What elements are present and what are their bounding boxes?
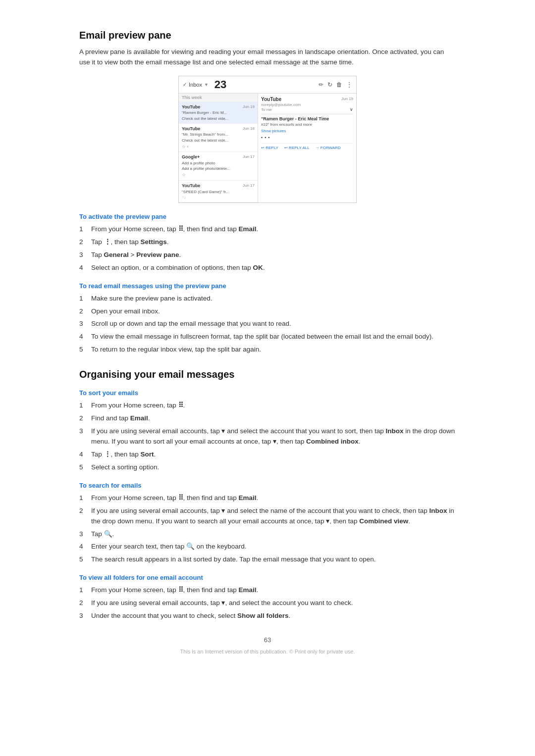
mockup-icons-2: ☆ ‹ (182, 144, 255, 150)
list-item: If you are using several email accounts,… (79, 506, 456, 527)
mockup-date-2: Jun 18 (243, 126, 255, 131)
list-item: Find and tap Email. (79, 413, 456, 424)
mockup-forward-button: → FORWARD (316, 146, 341, 150)
mockup-subject-2: "Mr. Strings Beach" from... (182, 132, 255, 137)
sort-subsection-title: To sort your emails (79, 389, 456, 397)
mockup-sender-1: YouTube (182, 104, 200, 109)
mockup-account-icon: ▼ (204, 82, 209, 87)
list-item: Under the account that you want to check… (79, 611, 456, 621)
mockup-sender-2: YouTube (182, 126, 200, 131)
email-app-mockup: ✓ Inbox ▼ 23 ✏ ↻ 🗑 ⋮ This week YouTubeJu… (178, 76, 357, 203)
mockup-body: This week YouTubeJun 19 "Ramen Burger - … (179, 94, 356, 202)
mockup-preview-subject: "Ramen Burger - Eric Meal Time (261, 116, 353, 121)
mockup-show-pictures: Show pictures (261, 129, 353, 133)
mockup-email-item: YouTubeJun 18 "Mr. Strings Beach" from..… (179, 124, 258, 152)
list-item: Tap ⋮, then tap Sort. (79, 450, 456, 460)
page-number: 63 (79, 636, 456, 644)
list-item: Scroll up or down and tap the email mess… (79, 319, 456, 329)
list-item: If you are using several email accounts,… (79, 598, 456, 608)
list-item: To return to the regular inbox view, tap… (79, 345, 456, 355)
mockup-icons-3: ☆ (182, 172, 255, 178)
mockup-date-4: Jun 17 (243, 183, 255, 188)
list-item: Open your email inbox. (79, 306, 456, 317)
activate-steps-list: From your Home screen, tap ⠿, then find … (79, 224, 456, 273)
search-steps-list: From your Home screen, tap ⠿, then find … (79, 493, 456, 565)
list-item: To view the email message in fullscreen … (79, 332, 456, 342)
email-preview-pane-section: Email preview pane A preview pane is ava… (79, 30, 456, 355)
mockup-action-icons: ✏ ↻ 🗑 ⋮ (319, 81, 352, 88)
mockup-reply-button: ↩ REPLY (261, 146, 278, 150)
mockup-week-label: This week (179, 94, 258, 102)
activate-subsection-title: To activate the preview pane (79, 213, 456, 220)
mockup-preview-header: YouTube Jun 19 noreply@youtube.com To me… (261, 97, 353, 114)
list-item: Select an option, or a combination of op… (79, 263, 456, 273)
mockup-delete-icon: 🗑 (336, 81, 342, 88)
list-item: Tap ⋮, then tap Settings. (79, 237, 456, 248)
list-item: From your Home screen, tap ⠿, then find … (79, 493, 456, 504)
mockup-preview-2: Check out the latest vide... (182, 138, 255, 143)
mockup-email-count: 23 (214, 78, 226, 91)
mockup-preview-pane: YouTube Jun 19 noreply@youtube.com To me… (258, 94, 356, 202)
mockup-preview-to: To me (261, 107, 272, 112)
mockup-sender-3: Google+ (182, 154, 200, 159)
list-item: Make sure the preview pane is activated. (79, 294, 456, 304)
mockup-subject-1: "Ramen Burger - Eric M... (182, 110, 255, 115)
folders-subsection-title: To view all folders for one email accoun… (79, 574, 456, 581)
mockup-header: ✓ Inbox ▼ 23 ✏ ↻ 🗑 ⋮ (179, 76, 356, 94)
mockup-checkmark-icon: ✓ (183, 82, 187, 87)
mockup-preview-sender: YouTube (261, 97, 281, 102)
mockup-subject-4: "SPEED (Card Game)" fr... (182, 189, 255, 195)
mockup-email-list: This week YouTubeJun 19 "Ramen Burger - … (179, 94, 258, 202)
mockup-preview-body: #22" from ericsurfs and more (261, 122, 353, 127)
mockup-preview-expand-icon: ∨ (350, 107, 353, 112)
mockup-email-item: YouTubeJun 17 "SPEED (Card Game)" fr... … (179, 181, 258, 202)
mockup-date-1: Jun 19 (243, 104, 255, 109)
mockup-more-icon: ⋮ (346, 81, 352, 88)
intro-paragraph: A preview pane is available for viewing … (79, 47, 456, 68)
mockup-preview-1: Check out the latest vide... (182, 116, 255, 121)
mockup-action-buttons: ↩ REPLY ↩ REPLY ALL → FORWARD (261, 143, 353, 150)
mockup-sender-4: YouTube (182, 183, 200, 188)
mockup-reply-all-button: ↩ REPLY ALL (284, 146, 310, 150)
mockup-email-dots: ••• (261, 135, 353, 140)
organising-section: Organising your email messages To sort y… (79, 369, 456, 621)
sort-steps-list: From your Home screen, tap ⠿. Find and t… (79, 401, 456, 473)
list-item: Select a sorting option. (79, 462, 456, 473)
mockup-refresh-icon: ↻ (327, 81, 332, 88)
mockup-date-3: Jun 17 (243, 154, 255, 159)
mockup-compose-icon: ✏ (319, 81, 323, 88)
list-item: From your Home screen, tap ⠿, then find … (79, 585, 456, 596)
list-item: Tap General > Preview pane. (79, 250, 456, 260)
mockup-preview-from: noreply@youtube.com (261, 102, 301, 107)
read-steps-list: Make sure the preview pane is activated.… (79, 294, 456, 355)
mockup-scroll-hint: ↑↓ (182, 195, 255, 200)
search-subsection-title: To search for emails (79, 482, 456, 489)
mockup-email-item: YouTubeJun 19 "Ramen Burger - Eric M... … (179, 102, 258, 124)
list-item: If you are using several email accounts,… (79, 426, 456, 447)
folders-steps-list: From your Home screen, tap ⠿, then find … (79, 585, 456, 621)
list-item: From your Home screen, tap ⠿, then find … (79, 224, 456, 235)
list-item: Enter your search text, then tap 🔍 on th… (79, 542, 456, 552)
list-item: Tap 🔍. (79, 529, 456, 540)
list-item: From your Home screen, tap ⠿. (79, 401, 456, 411)
list-item: The search result appears in a list sort… (79, 554, 456, 565)
mockup-inbox-label: Inbox (189, 82, 202, 88)
mockup-subject-3: Add a profile photo (182, 160, 255, 166)
section-title-email-preview: Email preview pane (79, 30, 456, 41)
mockup-preview-3: Add a profile photo/delete... (182, 166, 255, 171)
footer-note: This is an Internet version of this publ… (79, 649, 456, 655)
section-title-organising: Organising your email messages (79, 369, 456, 380)
read-subsection-title: To read email messages using the preview… (79, 282, 456, 290)
mockup-email-item: Google+Jun 17 Add a profile photo Add a … (179, 152, 258, 181)
mockup-preview-date: Jun 19 (341, 97, 353, 101)
